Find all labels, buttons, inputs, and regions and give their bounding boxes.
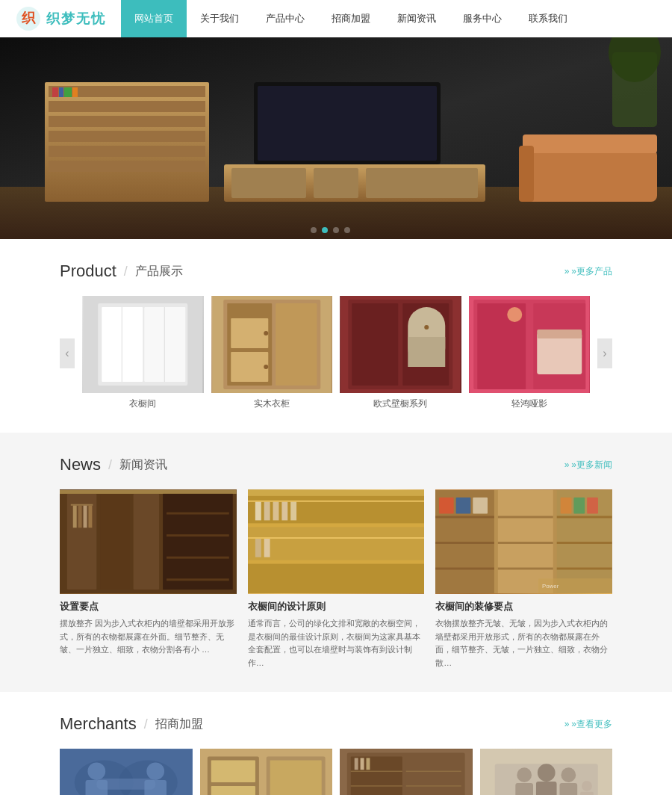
nav-item-merchants[interactable]: 招商加盟 bbox=[318, 0, 384, 37]
product-prev-arrow[interactable]: ‹ bbox=[60, 338, 75, 368]
svg-rect-117 bbox=[86, 780, 108, 795]
news-more-link[interactable]: »更多新闻 bbox=[564, 459, 612, 471]
product-item-1[interactable]: 衣橱间 bbox=[82, 296, 204, 410]
news-title-en: News bbox=[60, 455, 101, 474]
svg-rect-9 bbox=[49, 131, 205, 142]
svg-rect-78 bbox=[248, 527, 425, 560]
nav-item-home[interactable]: 网站首页 bbox=[121, 0, 187, 37]
merchant-item-3[interactable]: 加盟条件 bbox=[340, 749, 473, 795]
product-section: Product / 产品展示 »更多产品 ‹ 衣橱间 bbox=[0, 239, 672, 433]
svg-point-28 bbox=[322, 227, 328, 233]
svg-rect-8 bbox=[49, 116, 205, 127]
svg-text:Power: Power bbox=[542, 583, 559, 590]
svg-rect-19 bbox=[366, 168, 478, 198]
svg-rect-7 bbox=[49, 101, 205, 112]
svg-rect-73 bbox=[167, 557, 229, 559]
product-item-3[interactable]: 欧式壁橱系列 bbox=[340, 296, 461, 410]
svg-rect-66 bbox=[78, 506, 82, 528]
svg-rect-103 bbox=[557, 568, 612, 570]
svg-rect-134 bbox=[355, 758, 358, 770]
merchant-img-3 bbox=[340, 749, 473, 795]
nav-item-products[interactable]: 产品中心 bbox=[252, 0, 318, 37]
news-desc-2: 通常而言，公司的绿化文排和宽敞的衣橱空间，是衣橱间的最佳设计原则，衣橱间为这家具… bbox=[248, 617, 425, 669]
svg-rect-140 bbox=[515, 783, 533, 795]
svg-rect-96 bbox=[435, 542, 494, 544]
svg-rect-67 bbox=[84, 506, 87, 528]
svg-rect-107 bbox=[561, 498, 572, 514]
product-item-4[interactable]: 轻鸿哑影 bbox=[469, 296, 591, 410]
news-desc-1: 摆放整齐 因为步入式衣柜内的墙壁都采用开放形式，所有的衣物都展露在外面。细节整齐… bbox=[60, 617, 237, 657]
product-img-4 bbox=[469, 296, 591, 393]
svg-rect-109 bbox=[587, 498, 598, 514]
nav-item-news[interactable]: 新闻资讯 bbox=[384, 0, 449, 37]
news-img-1 bbox=[60, 489, 237, 594]
product-img-3 bbox=[340, 296, 461, 393]
merchant-img-1 bbox=[60, 749, 193, 795]
merchant-img-2 bbox=[200, 749, 333, 795]
svg-point-44 bbox=[264, 365, 268, 369]
nav: 网站首页 关于我们 产品中心 招商加盟 新闻资讯 服务中心 联系我们 bbox=[121, 0, 581, 37]
svg-rect-105 bbox=[456, 498, 471, 514]
svg-rect-10 bbox=[49, 146, 205, 157]
svg-rect-86 bbox=[290, 502, 296, 521]
news-item-1[interactable]: 设置要点 摆放整齐 因为步入式衣柜内的墙壁都采用开放形式，所有的衣物都展露在外面… bbox=[60, 489, 237, 669]
product-label-4: 轻鸿哑影 bbox=[469, 398, 591, 410]
svg-rect-88 bbox=[264, 539, 270, 557]
svg-rect-12 bbox=[52, 87, 58, 97]
svg-rect-97 bbox=[435, 568, 494, 570]
svg-rect-98 bbox=[498, 516, 553, 518]
svg-point-141 bbox=[537, 764, 555, 782]
svg-rect-15 bbox=[72, 87, 78, 97]
svg-rect-68 bbox=[88, 506, 92, 528]
product-grid: ‹ 衣橱间 bbox=[60, 296, 612, 410]
nav-item-about[interactable]: 关于我们 bbox=[187, 0, 252, 37]
svg-point-143 bbox=[561, 768, 576, 783]
merchant-item-1[interactable]: 加盟优势 bbox=[60, 749, 193, 795]
svg-rect-142 bbox=[535, 782, 556, 795]
svg-rect-106 bbox=[473, 498, 488, 514]
svg-rect-82 bbox=[255, 502, 261, 521]
svg-rect-123 bbox=[211, 761, 255, 783]
banner-image bbox=[0, 37, 672, 239]
product-more-link[interactable]: »更多产品 bbox=[564, 265, 612, 278]
news-title-1: 设置要点 bbox=[60, 600, 237, 613]
header: 织 织梦无忧 网站首页 关于我们 产品中心 招商加盟 新闻资讯 服务中心 联系我… bbox=[0, 0, 672, 37]
svg-rect-14 bbox=[64, 87, 72, 97]
nav-item-service[interactable]: 服务中心 bbox=[449, 0, 515, 37]
svg-rect-11 bbox=[49, 161, 205, 172]
news-item-2[interactable]: 衣橱间的设计原则 通常而言，公司的绿化文排和宽敞的衣橱空间，是衣橱间的最佳设计原… bbox=[248, 489, 425, 669]
merchants-title-en: Merchants bbox=[60, 714, 137, 734]
merchants-more-link[interactable]: »查看更多 bbox=[564, 718, 612, 731]
svg-rect-50 bbox=[408, 337, 445, 367]
merchants-title-cn: 招商加盟 bbox=[155, 717, 203, 732]
nav-item-contact[interactable]: 联系我们 bbox=[515, 0, 581, 37]
svg-rect-135 bbox=[361, 758, 364, 770]
product-next-arrow[interactable]: › bbox=[597, 338, 612, 368]
product-item-2[interactable]: 实木衣柜 bbox=[211, 296, 333, 410]
merchants-grid: 加盟优势 加盟流程 bbox=[60, 749, 612, 795]
merchant-item-4[interactable]: 加盟政策 bbox=[480, 749, 613, 795]
product-title-cn: 产品展示 bbox=[135, 264, 183, 279]
news-title-2: 衣橱间的设计原则 bbox=[248, 600, 425, 613]
svg-rect-72 bbox=[167, 534, 229, 536]
news-title-3: 衣橱间的装修要点 bbox=[435, 600, 612, 613]
logo-text: 织梦无忧 bbox=[46, 10, 106, 28]
svg-point-116 bbox=[87, 763, 105, 781]
product-label-2: 实木衣柜 bbox=[211, 398, 333, 410]
svg-rect-108 bbox=[574, 498, 585, 514]
svg-rect-100 bbox=[498, 568, 553, 570]
news-item-3[interactable]: Power 衣橱间的装修要点 衣物摆放整齐无皱、无皱，因为步入式衣柜内的墙壁都采… bbox=[435, 489, 612, 669]
svg-rect-102 bbox=[557, 542, 612, 544]
svg-rect-99 bbox=[498, 542, 553, 544]
svg-rect-144 bbox=[559, 783, 577, 795]
svg-rect-128 bbox=[351, 757, 402, 795]
svg-point-51 bbox=[424, 325, 429, 330]
svg-point-29 bbox=[333, 227, 339, 233]
svg-rect-18 bbox=[314, 168, 358, 198]
svg-rect-24 bbox=[519, 146, 534, 202]
merchant-item-2[interactable]: 加盟流程 bbox=[200, 749, 333, 795]
svg-point-43 bbox=[264, 331, 268, 335]
product-section-header: Product / 产品展示 »更多产品 bbox=[60, 262, 612, 281]
svg-rect-57 bbox=[537, 330, 582, 338]
svg-rect-79 bbox=[248, 564, 425, 593]
